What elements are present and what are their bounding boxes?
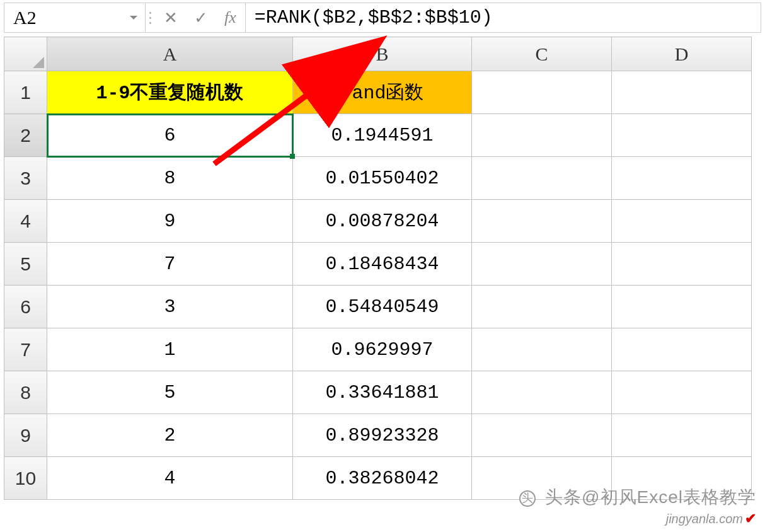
cell[interactable] [472, 286, 612, 328]
cell-b9[interactable]: 0.89923328 [293, 414, 472, 457]
select-all-corner[interactable] [4, 37, 47, 71]
cell[interactable] [612, 328, 752, 371]
confirm-icon[interactable]: ✓ [194, 8, 208, 28]
watermark-logo-icon [519, 490, 536, 507]
cell[interactable] [612, 414, 752, 457]
cell[interactable] [472, 200, 612, 243]
cell-a4[interactable]: 9 [47, 200, 293, 243]
column-header-d[interactable]: D [612, 37, 752, 71]
cell-b6[interactable]: 0.54840549 [293, 286, 472, 328]
cell-reference: A2 [13, 7, 37, 28]
cell-b5[interactable]: 0.18468434 [293, 243, 472, 286]
cell-a8[interactable]: 5 [47, 371, 293, 414]
divider-dots-icon [146, 12, 155, 24]
cell-b3[interactable]: 0.01550402 [293, 157, 472, 200]
cell-a7[interactable]: 1 [47, 328, 293, 371]
row-header[interactable]: 1 [4, 71, 47, 114]
cell[interactable] [472, 243, 612, 286]
cell-b4[interactable]: 0.00878204 [293, 200, 472, 243]
watermark-line2: jingyanla.com [666, 512, 743, 526]
checkmark-icon: ✔ [745, 511, 756, 527]
cell[interactable] [612, 71, 752, 114]
row-header[interactable]: 6 [4, 286, 47, 328]
chevron-down-icon[interactable] [130, 16, 137, 20]
cell-a9[interactable]: 2 [47, 414, 293, 457]
name-box[interactable]: A2 [4, 3, 146, 32]
formula-input[interactable]: =RANK($B2,$B$2:$B$10) [246, 3, 761, 32]
formula-text: =RANK($B2,$B$2:$B$10) [255, 7, 493, 28]
cell[interactable] [472, 71, 612, 114]
watermark-text: 头条@初风Excel表格教学 [519, 485, 756, 509]
cell-a6[interactable]: 3 [47, 286, 293, 328]
cell-a5[interactable]: 7 [47, 243, 293, 286]
cell-a3[interactable]: 8 [47, 157, 293, 200]
row-header[interactable]: 2 [4, 114, 47, 157]
cell-b2[interactable]: 0.1944591 [293, 114, 472, 157]
cell-b8[interactable]: 0.33641881 [293, 371, 472, 414]
cell[interactable] [612, 200, 752, 243]
cell[interactable] [612, 243, 752, 286]
watermark-line1: 头条@初风Excel表格教学 [545, 487, 756, 507]
table-header-b[interactable]: rand函数 [293, 71, 472, 114]
cell-a2[interactable]: 6 [47, 114, 293, 157]
cell[interactable] [612, 157, 752, 200]
cell[interactable] [612, 286, 752, 328]
column-header-c[interactable]: C [472, 37, 612, 71]
watermark-site: jingyanla.com ✔ [666, 511, 756, 527]
row-header[interactable]: 3 [4, 157, 47, 200]
row-header[interactable]: 8 [4, 371, 47, 414]
row-header[interactable]: 10 [4, 457, 47, 500]
spreadsheet-grid: A B C D 1 1-9不重复随机数 rand函数 2 6 0.1944591… [4, 37, 752, 500]
row-header[interactable]: 4 [4, 200, 47, 243]
column-header-b[interactable]: B [293, 37, 472, 71]
cell[interactable] [472, 157, 612, 200]
fx-icon[interactable]: fx [224, 8, 236, 27]
cell[interactable] [612, 371, 752, 414]
cell[interactable] [472, 114, 612, 157]
table-header-a[interactable]: 1-9不重复随机数 [47, 71, 293, 114]
cell[interactable] [472, 371, 612, 414]
row-header[interactable]: 9 [4, 414, 47, 457]
row-header[interactable]: 7 [4, 328, 47, 371]
formula-buttons: ✕ ✓ fx [155, 3, 246, 32]
cell[interactable] [612, 114, 752, 157]
formula-bar: A2 ✕ ✓ fx =RANK($B2,$B$2:$B$10) [4, 3, 761, 33]
column-header-a[interactable]: A [47, 37, 293, 71]
cell-a10[interactable]: 4 [47, 457, 293, 500]
cancel-icon[interactable]: ✕ [164, 8, 178, 28]
cell[interactable] [472, 328, 612, 371]
row-header[interactable]: 5 [4, 243, 47, 286]
cell[interactable] [472, 414, 612, 457]
cell-b10[interactable]: 0.38268042 [293, 457, 472, 500]
cell-b7[interactable]: 0.9629997 [293, 328, 472, 371]
